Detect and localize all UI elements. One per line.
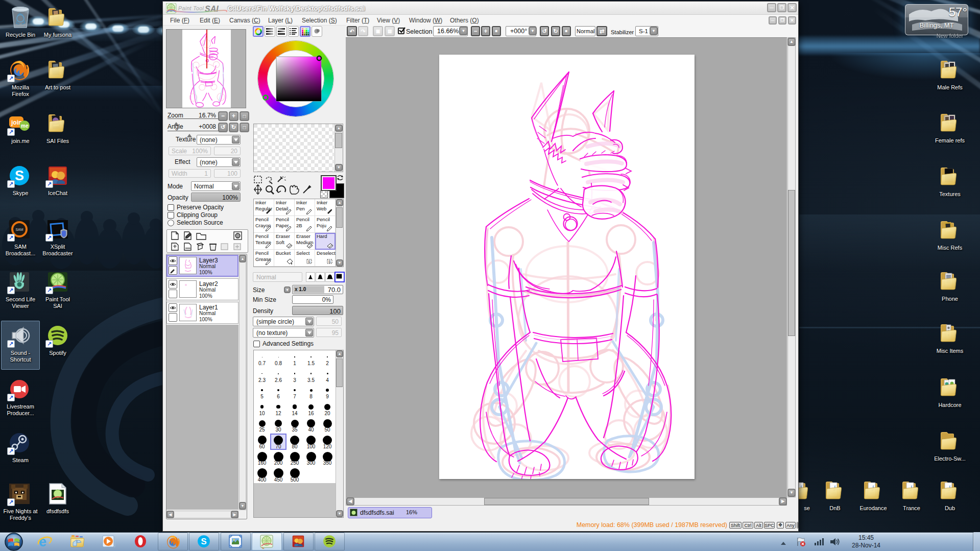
svg-text:S: S	[328, 260, 331, 263]
svg-text:e: e	[39, 534, 46, 549]
svg-text:SAM: SAM	[15, 228, 23, 231]
svg-text:S: S	[15, 168, 24, 183]
svg-text:me: me	[21, 123, 29, 129]
svg-text:S: S	[308, 260, 310, 263]
svg-text:Paint Tool: Paint Tool	[178, 5, 204, 11]
svg-text:S: S	[201, 537, 206, 546]
